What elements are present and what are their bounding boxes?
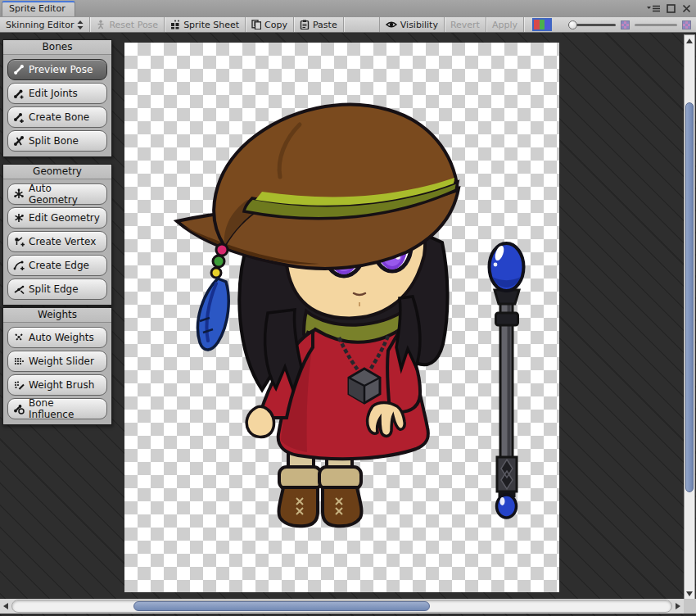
weights-panel-title: Weights xyxy=(3,308,111,323)
sprite-sheet-grid-icon xyxy=(170,20,180,29)
horizontal-scrollbar[interactable] xyxy=(0,599,684,614)
horizontal-scroll-track[interactable] xyxy=(11,600,672,613)
tab-title: Sprite Editor xyxy=(9,3,66,14)
scroll-right-icon[interactable] xyxy=(672,599,684,614)
scroll-left-icon[interactable] xyxy=(0,599,11,614)
pose-figure-icon xyxy=(96,20,106,29)
maximize-icon[interactable] xyxy=(667,4,676,13)
mode-dropdown[interactable]: Skinning Editor xyxy=(0,17,90,32)
updown-arrows-icon xyxy=(77,20,84,29)
titlebar: Sprite Editor xyxy=(0,0,696,18)
weight-slider-button[interactable]: Weight Slider xyxy=(7,351,107,372)
edge-add-icon xyxy=(13,260,25,271)
apply-button[interactable]: Apply xyxy=(486,17,524,32)
zoom-slider[interactable] xyxy=(568,20,616,30)
auto-geometry-button[interactable]: Auto Geometry xyxy=(7,183,107,205)
eye-icon xyxy=(386,20,397,29)
revert-label: Revert xyxy=(450,20,480,30)
window-menu-icon[interactable] xyxy=(647,5,660,13)
copy-label: Copy xyxy=(264,20,287,30)
sprite-canvas[interactable] xyxy=(124,43,559,592)
bone-influence-icon xyxy=(13,403,25,414)
horizontal-scroll-thumb[interactable] xyxy=(133,601,430,611)
paste-label: Paste xyxy=(313,20,337,30)
canvas-art xyxy=(124,43,559,592)
sprite-editor-window: Sprite Editor Skinning Editor Res xyxy=(0,0,696,616)
staff-sprite xyxy=(490,243,524,518)
geometry-panel: Geometry Auto Geometry Edit Geometry Cre… xyxy=(2,164,112,306)
weights-panel: Weights Auto Weights Weight Slider Weigh… xyxy=(2,307,112,425)
bone-influence-button[interactable]: Bone Influence xyxy=(7,398,107,419)
reset-pose-button[interactable]: Reset Pose xyxy=(90,17,165,32)
zoom-slider-knob[interactable] xyxy=(568,20,577,29)
vertical-scrollbar[interactable] xyxy=(684,34,695,600)
bones-panel: Bones Preview Pose Edit Joints Create Bo… xyxy=(2,39,112,157)
rgb-toggle-button[interactable] xyxy=(524,17,560,32)
vertex-add-icon xyxy=(13,236,25,247)
weight-slider-icon xyxy=(13,356,25,367)
split-edge-button[interactable]: Split Edge xyxy=(7,279,107,300)
preview-pose-button[interactable]: Preview Pose xyxy=(7,59,107,80)
sprite-sheet-label: Sprite Sheet xyxy=(183,20,239,30)
reset-pose-label: Reset Pose xyxy=(109,20,158,30)
mip-texture-icon xyxy=(682,20,691,29)
copy-button[interactable]: Copy xyxy=(246,17,294,32)
mip-slider[interactable] xyxy=(635,24,677,26)
weights-auto-icon xyxy=(13,332,25,343)
mode-dropdown-label: Skinning Editor xyxy=(6,20,74,30)
edit-joints-button[interactable]: Edit Joints xyxy=(7,83,107,104)
sprite-sheet-button[interactable]: Sprite Sheet xyxy=(165,17,246,32)
scroll-down-icon[interactable] xyxy=(685,589,694,599)
create-bone-button[interactable]: Create Bone xyxy=(7,106,107,128)
copy-icon xyxy=(251,20,261,29)
scroll-up-icon[interactable] xyxy=(685,36,694,46)
tab-sprite-editor[interactable]: Sprite Editor xyxy=(2,1,75,16)
paste-button[interactable]: Paste xyxy=(294,17,344,32)
bones-panel-title: Bones xyxy=(3,40,111,55)
rgb-channels-icon xyxy=(532,18,552,31)
geometry-auto-icon xyxy=(13,188,25,200)
witch-character-sprite xyxy=(177,105,459,527)
bone-icon xyxy=(13,64,25,75)
bone-split-icon xyxy=(13,135,25,147)
mip-texture-icon xyxy=(621,20,630,29)
weight-brush-icon xyxy=(13,379,25,391)
weight-brush-button[interactable]: Weight Brush xyxy=(7,374,107,396)
create-edge-button[interactable]: Create Edge xyxy=(7,255,107,276)
apply-label: Apply xyxy=(492,20,517,30)
edit-geometry-button[interactable]: Edit Geometry xyxy=(7,207,107,229)
close-icon[interactable] xyxy=(682,4,691,13)
visibility-button[interactable]: Visibility xyxy=(379,17,445,32)
vertical-scroll-thumb[interactable] xyxy=(685,102,694,492)
paste-icon xyxy=(300,20,310,29)
split-bone-button[interactable]: Split Bone xyxy=(7,130,107,152)
create-vertex-button[interactable]: Create Vertex xyxy=(7,231,107,252)
edge-split-icon xyxy=(13,283,25,295)
geometry-edit-icon xyxy=(13,212,25,224)
geometry-panel-title: Geometry xyxy=(3,165,111,179)
bone-add-icon xyxy=(13,111,25,123)
scrollbar-corner xyxy=(684,599,696,614)
visibility-label: Visibility xyxy=(400,20,438,30)
toolbar: Skinning Editor Reset Pose Sprite Sheet … xyxy=(0,17,696,33)
bone-joint-icon xyxy=(13,88,25,99)
revert-button[interactable]: Revert xyxy=(445,17,486,32)
auto-weights-button[interactable]: Auto Weights xyxy=(7,327,107,348)
